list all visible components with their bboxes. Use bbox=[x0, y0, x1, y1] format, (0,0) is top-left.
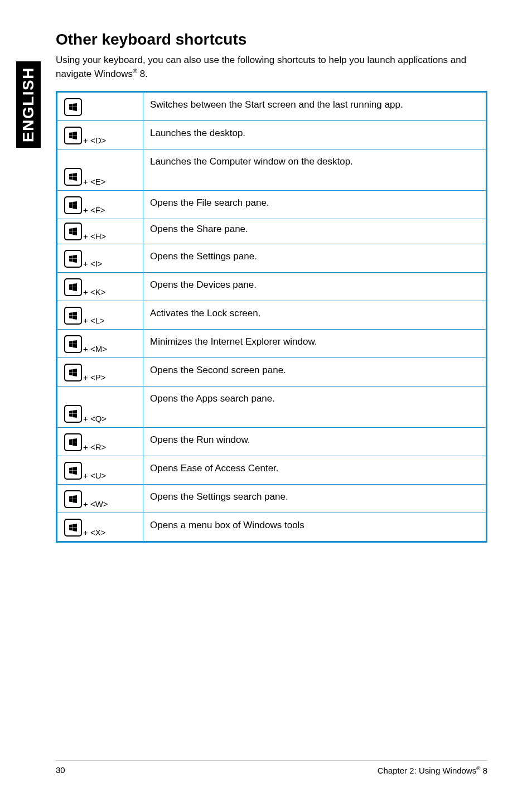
table-row: + <I>Opens the Settings pane. bbox=[57, 244, 487, 272]
windows-key-icon bbox=[64, 307, 82, 325]
chapter-post: 8 bbox=[480, 766, 487, 775]
shortcut-description: Opens the Run window. bbox=[143, 427, 487, 456]
shortcut-description: Opens a menu box of Windows tools bbox=[143, 513, 487, 542]
registered-mark: ® bbox=[133, 67, 137, 74]
shortcut-description: Minimizes the Internet Explorer window. bbox=[143, 329, 487, 357]
table-row: + <R>Opens the Run window. bbox=[57, 427, 487, 456]
shortcut-key-cell: + <X> bbox=[57, 513, 143, 542]
shortcut-description: Opens the Second screen pane. bbox=[143, 357, 487, 386]
windows-key-icon bbox=[64, 278, 82, 296]
table-row: + <U>Opens Ease of Access Center. bbox=[57, 456, 487, 484]
shortcut-description: Opens the File search pane. bbox=[143, 190, 487, 219]
table-row: + <E>Launches the Computer window on the… bbox=[57, 149, 487, 190]
key-combo: + <L> bbox=[83, 316, 105, 325]
windows-key-icon bbox=[64, 364, 82, 381]
page-number: 30 bbox=[56, 765, 65, 775]
shortcut-key-cell: + <U> bbox=[57, 456, 143, 484]
key-combo: + <P> bbox=[83, 373, 105, 382]
windows-key-icon bbox=[64, 168, 82, 186]
windows-key-icon bbox=[64, 196, 82, 214]
shortcut-key-cell: + <L> bbox=[57, 301, 143, 329]
table-row: + <Q>Opens the Apps search pane. bbox=[57, 386, 487, 427]
shortcut-key-cell: + <P> bbox=[57, 357, 143, 386]
shortcut-key-cell: + <Q> bbox=[57, 386, 143, 427]
key-combo: + <F> bbox=[83, 205, 105, 215]
language-label: ENGLISH bbox=[20, 67, 37, 142]
shortcut-description: Launches the Computer window on the desk… bbox=[143, 149, 487, 190]
shortcut-key-cell bbox=[57, 91, 143, 120]
shortcut-key-cell: + <K> bbox=[57, 272, 143, 301]
key-combo: + <M> bbox=[83, 344, 107, 354]
windows-key-icon bbox=[64, 250, 82, 268]
shortcut-key-cell: + <I> bbox=[57, 244, 143, 272]
shortcut-description: Opens the Settings search pane. bbox=[143, 484, 487, 513]
table-row: + <P>Opens the Second screen pane. bbox=[57, 357, 487, 386]
windows-key-icon bbox=[64, 98, 82, 116]
shortcut-key-cell: + <M> bbox=[57, 329, 143, 357]
shortcut-description: Launches the desktop. bbox=[143, 120, 487, 149]
table-row: Switches between the Start screen and th… bbox=[57, 91, 487, 120]
shortcut-key-cell: + <R> bbox=[57, 427, 143, 456]
key-combo: + <K> bbox=[83, 287, 105, 297]
shortcut-key-cell: + <F> bbox=[57, 190, 143, 219]
chapter-pre: Chapter 2: Using Windows bbox=[378, 766, 477, 775]
page-footer: 30 Chapter 2: Using Windows® 8 bbox=[56, 760, 487, 775]
language-tab: ENGLISH bbox=[16, 61, 41, 148]
key-combo: + <X> bbox=[83, 528, 105, 537]
windows-key-icon bbox=[64, 462, 82, 480]
key-combo: + <D> bbox=[83, 136, 106, 145]
windows-key-icon bbox=[64, 433, 82, 451]
shortcut-description: Switches between the Start screen and th… bbox=[143, 91, 487, 120]
windows-key-icon bbox=[64, 335, 82, 353]
key-combo: + <E> bbox=[83, 177, 105, 186]
shortcut-description: Opens Ease of Access Center. bbox=[143, 456, 487, 484]
page-heading: Other keyboard shortcuts bbox=[56, 31, 487, 49]
windows-key-icon bbox=[64, 490, 82, 508]
table-row: + <W>Opens the Settings search pane. bbox=[57, 484, 487, 513]
key-combo: + <Q> bbox=[83, 414, 107, 423]
intro-paragraph: Using your keyboard, you can also use th… bbox=[56, 54, 487, 81]
shortcut-description: Opens the Settings pane. bbox=[143, 244, 487, 272]
key-combo: + <I> bbox=[83, 259, 103, 268]
table-row: + <D>Launches the desktop. bbox=[57, 120, 487, 149]
shortcut-description: Opens the Apps search pane. bbox=[143, 386, 487, 427]
table-row: + <M>Minimizes the Internet Explorer win… bbox=[57, 329, 487, 357]
table-row: + <F>Opens the File search pane. bbox=[57, 190, 487, 219]
table-row: + <L>Activates the Lock screen. bbox=[57, 301, 487, 329]
table-row: + <K>Opens the Devices pane. bbox=[57, 272, 487, 301]
table-row: + <X>Opens a menu box of Windows tools bbox=[57, 513, 487, 542]
shortcut-description: Activates the Lock screen. bbox=[143, 301, 487, 329]
shortcut-key-cell: + <W> bbox=[57, 484, 143, 513]
windows-key-icon bbox=[64, 127, 82, 144]
shortcut-key-cell: + <H> bbox=[57, 219, 143, 244]
windows-key-icon bbox=[64, 405, 82, 423]
key-combo: + <U> bbox=[83, 471, 106, 480]
chapter-label: Chapter 2: Using Windows® 8 bbox=[378, 765, 487, 775]
shortcut-key-cell: + <D> bbox=[57, 120, 143, 149]
table-row: + <H>Opens the Share pane. bbox=[57, 219, 487, 244]
shortcuts-table: Switches between the Start screen and th… bbox=[56, 91, 487, 543]
key-combo: + <H> bbox=[83, 231, 106, 241]
windows-key-icon bbox=[64, 223, 82, 240]
key-combo: + <W> bbox=[83, 499, 108, 509]
shortcut-description: Opens the Share pane. bbox=[143, 219, 487, 244]
windows-key-icon bbox=[64, 519, 82, 537]
key-combo: + <R> bbox=[83, 442, 106, 452]
intro-text-pre: Using your keyboard, you can also use th… bbox=[56, 55, 466, 79]
intro-text-post: 8. bbox=[137, 69, 148, 79]
shortcut-key-cell: + <E> bbox=[57, 149, 143, 190]
shortcut-description: Opens the Devices pane. bbox=[143, 272, 487, 301]
